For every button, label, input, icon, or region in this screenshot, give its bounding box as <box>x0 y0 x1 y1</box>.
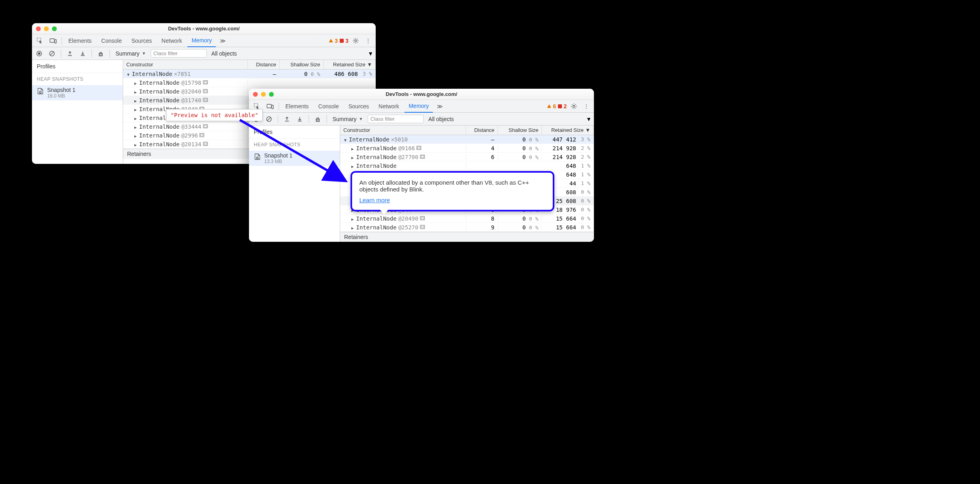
class-filter-input[interactable] <box>368 115 424 123</box>
memory-toolbar: Summary▼ All objects ▼ <box>249 113 594 125</box>
svg-rect-37 <box>418 147 420 149</box>
upload-icon[interactable] <box>282 115 292 123</box>
cell-retained: 15 6640 % <box>542 215 594 222</box>
expand-arrow-icon[interactable] <box>133 141 137 147</box>
table-row[interactable]: InternalNode @27700 600 %214 9282 % <box>340 153 594 161</box>
learn-more-link[interactable]: Learn more <box>359 197 390 203</box>
tooltip-tail <box>380 210 388 215</box>
clear-icon[interactable] <box>47 50 57 58</box>
download-icon[interactable] <box>78 50 88 58</box>
error-count[interactable]: 3 <box>339 38 349 44</box>
snapshot-item[interactable]: Snapshot 1 16.0 MB <box>32 85 123 100</box>
tab-network[interactable]: Network <box>157 34 186 47</box>
tab-elements[interactable]: Elements <box>281 100 313 113</box>
more-tabs-icon[interactable]: ≫ <box>434 102 445 111</box>
tab-memory[interactable]: Memory <box>187 34 216 47</box>
device-toggle-icon[interactable] <box>47 36 59 45</box>
view-select[interactable]: Summary▼ <box>114 50 147 57</box>
node-id: @31740 <box>181 97 201 104</box>
close-icon[interactable] <box>36 26 41 31</box>
col-distance[interactable]: Distance <box>248 60 280 69</box>
col-distance[interactable]: Distance <box>466 125 498 135</box>
expand-arrow-icon[interactable] <box>351 145 355 151</box>
settings-icon[interactable] <box>568 102 580 111</box>
kebab-icon[interactable]: ⋮ <box>363 36 373 46</box>
node-id: @20134 <box>181 141 201 147</box>
col-retained[interactable]: Retained Size▼ <box>542 125 594 135</box>
error-count[interactable]: 2 <box>558 103 567 110</box>
device-toggle-icon[interactable] <box>264 102 276 111</box>
download-icon[interactable] <box>295 115 305 123</box>
sidebar-header: Profiles <box>249 125 340 139</box>
node-id: @2996 <box>181 132 198 139</box>
cell-shallow: 00 % <box>498 154 542 160</box>
table-row[interactable]: InternalNode ×7851–00 %486 6083 % <box>123 70 376 78</box>
table-row[interactable]: InternalNode @25270 900 %15 6640 % <box>340 223 594 232</box>
tab-sources[interactable]: Sources <box>345 100 373 113</box>
snapshot-item[interactable]: Snapshot 1 13.3 MB <box>249 151 340 166</box>
warning-count[interactable]: 3 <box>329 38 338 44</box>
view-select[interactable]: Summary▼ <box>331 116 365 122</box>
cell-distance: – <box>466 136 498 143</box>
chevron-down-icon: ▼ <box>359 117 363 121</box>
maximize-icon[interactable] <box>269 92 274 97</box>
table-row[interactable]: InternalNode @20490 800 %15 6640 % <box>340 214 594 223</box>
col-shallow[interactable]: Shallow Size <box>280 60 324 69</box>
tab-memory[interactable]: Memory <box>404 100 433 113</box>
expand-arrow-icon[interactable] <box>133 80 137 86</box>
tab-console[interactable]: Console <box>97 34 125 47</box>
expand-arrow-icon[interactable] <box>351 215 355 222</box>
cell-retained: 486 6083 % <box>324 71 376 77</box>
expand-arrow-icon[interactable] <box>133 123 137 130</box>
retainers-header[interactable]: Retainers <box>340 232 594 242</box>
close-icon[interactable] <box>253 92 258 97</box>
traffic-lights <box>253 92 274 97</box>
gc-icon[interactable] <box>313 115 323 123</box>
sort-desc-icon: ▼ <box>367 62 372 68</box>
col-constructor[interactable]: Constructor <box>340 125 466 135</box>
expand-arrow-icon[interactable] <box>133 88 137 95</box>
col-retained[interactable]: Retained Size▼ <box>324 60 376 69</box>
col-constructor[interactable]: Constructor <box>123 60 248 69</box>
expand-arrow-icon[interactable] <box>351 224 355 231</box>
expand-arrow-icon[interactable] <box>343 136 347 143</box>
inspect-icon[interactable] <box>34 36 46 46</box>
table-row[interactable]: InternalNode @15798 <box>123 78 376 87</box>
separator <box>92 50 92 58</box>
minimize-icon[interactable] <box>261 92 266 97</box>
expand-arrow-icon[interactable] <box>351 163 355 169</box>
tab-network[interactable]: Network <box>374 100 403 113</box>
tab-console[interactable]: Console <box>314 100 343 113</box>
clear-icon[interactable] <box>264 115 274 123</box>
kebab-icon[interactable]: ⋮ <box>581 102 592 111</box>
chevron-down-icon[interactable]: ▼ <box>586 116 592 122</box>
expand-arrow-icon[interactable] <box>351 154 355 160</box>
record-icon[interactable] <box>34 50 44 58</box>
maximize-icon[interactable] <box>52 26 57 31</box>
col-shallow[interactable]: Shallow Size <box>498 125 542 135</box>
element-badge-icon <box>203 80 208 86</box>
svg-rect-28 <box>272 105 273 109</box>
table-row[interactable]: InternalNode6481 % <box>340 161 594 170</box>
expand-arrow-icon[interactable] <box>133 132 137 139</box>
table-row[interactable]: InternalNode @9166 400 %214 9282 % <box>340 144 594 153</box>
more-tabs-icon[interactable]: ≫ <box>217 36 228 46</box>
table-row[interactable]: InternalNode ×5010–00 %447 4123 % <box>340 135 594 144</box>
tab-elements[interactable]: Elements <box>64 34 96 47</box>
expand-arrow-icon[interactable] <box>133 106 137 112</box>
gc-icon[interactable] <box>96 50 106 58</box>
minimize-icon[interactable] <box>44 26 49 31</box>
scope-select[interactable]: All objects <box>210 50 239 57</box>
tab-sources[interactable]: Sources <box>127 34 156 47</box>
chevron-down-icon[interactable]: ▼ <box>368 50 373 57</box>
expand-arrow-icon[interactable] <box>133 97 137 104</box>
scope-select[interactable]: All objects <box>427 116 456 122</box>
upload-icon[interactable] <box>65 50 75 58</box>
settings-icon[interactable] <box>350 36 361 46</box>
cell-distance: 4 <box>466 145 498 151</box>
warning-count[interactable]: 6 <box>547 103 556 110</box>
expand-arrow-icon[interactable] <box>126 71 130 77</box>
expand-arrow-icon[interactable] <box>133 115 137 121</box>
cell-shallow: 00 % <box>498 224 542 231</box>
class-filter-input[interactable] <box>151 49 207 58</box>
